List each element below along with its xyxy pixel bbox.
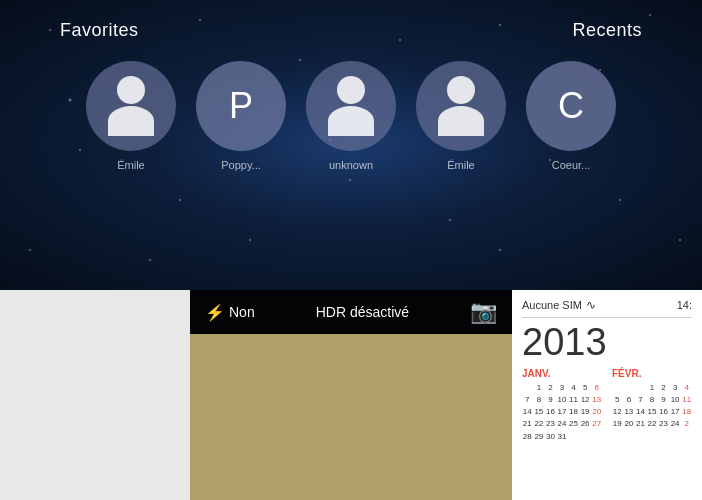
cal-day: 9: [545, 394, 556, 405]
camera-shutter-button[interactable]: 📷: [470, 299, 497, 325]
cal-day: 15: [647, 406, 658, 417]
cal-day: 31: [557, 431, 568, 442]
cal-day: 10: [670, 394, 681, 405]
cal-day: 16: [545, 406, 556, 417]
cal-day: 19: [612, 418, 623, 429]
cal-day: 18: [568, 406, 579, 417]
cal-day: 5: [580, 382, 591, 393]
avatar-letter-2: P: [229, 85, 253, 127]
calendar-grid-janv: 1 2 3 4 5 6 7 8 9 10 11 12 13 14 15 16 1: [522, 382, 602, 442]
sim-label: Aucune SIM: [522, 299, 582, 311]
cal-day: 28: [522, 431, 533, 442]
time-display: 14:: [677, 299, 692, 311]
favorites-label: Favorites: [60, 20, 139, 41]
cal-day: 3: [670, 382, 681, 393]
cal-day: 22: [647, 418, 658, 429]
flash-label: Non: [229, 304, 255, 320]
calendar-panel: Aucune SIM ∿ 14: 2013 JANV. 1 2 3 4 5 6 …: [512, 290, 702, 500]
cal-day: [612, 382, 623, 393]
cal-day: 12: [580, 394, 591, 405]
cal-day: 5: [612, 394, 623, 405]
top-section: Favorites Recents Émile P Poppy...: [0, 0, 702, 290]
cal-day: 1: [534, 382, 545, 393]
cal-day: 26: [580, 418, 591, 429]
avatar-1[interactable]: [86, 61, 176, 151]
avatar-body-1: [108, 106, 154, 136]
contact-name-5: Coeur...: [552, 159, 591, 171]
cal-day: 23: [658, 418, 669, 429]
cal-day: 11: [681, 394, 692, 405]
cal-day: 13: [591, 394, 602, 405]
cal-day: 10: [557, 394, 568, 405]
sim-wifi-status: Aucune SIM ∿: [522, 298, 596, 312]
cal-day: 30: [545, 431, 556, 442]
cal-day: 21: [635, 418, 646, 429]
contact-item-1[interactable]: Émile: [86, 61, 176, 171]
hdr-label[interactable]: HDR désactivé: [316, 304, 409, 320]
avatar-head-4: [447, 76, 475, 104]
camera-panel: ⚡ Non HDR désactivé 📷: [190, 290, 512, 500]
cal-day: 6: [591, 382, 602, 393]
cal-day: 1: [647, 382, 658, 393]
avatar-3[interactable]: [306, 61, 396, 151]
cal-day: 18: [681, 406, 692, 417]
avatar-4[interactable]: [416, 61, 506, 151]
avatar-head-1: [117, 76, 145, 104]
bottom-section: ⚡ Non HDR désactivé 📷 Aucune SIM ∿ 14: 2…: [0, 290, 702, 500]
contact-name-1: Émile: [117, 159, 145, 171]
cal-day: [624, 382, 635, 393]
cal-day: [635, 382, 646, 393]
cal-day: 4: [681, 382, 692, 393]
cal-day: 3: [557, 382, 568, 393]
calendar-months: JANV. 1 2 3 4 5 6 7 8 9 10 11 12 13 14: [522, 368, 692, 442]
person-icon-3: [328, 76, 374, 136]
contact-item-5[interactable]: C Coeur...: [526, 61, 616, 171]
cal-day: 6: [624, 394, 635, 405]
avatar-head-3: [337, 76, 365, 104]
contact-name-4: Émile: [447, 159, 475, 171]
left-panel: [0, 290, 190, 500]
calendar-month-fevr: FÉVR. 1 2 3 4 5 6 7 8 9 10 11 12: [612, 368, 692, 442]
section-labels: Favorites Recents: [0, 0, 702, 41]
cal-day: 20: [624, 418, 635, 429]
month-name-janv: JANV.: [522, 368, 602, 379]
contact-name-2: Poppy...: [221, 159, 261, 171]
avatar-body-3: [328, 106, 374, 136]
cal-day: 8: [534, 394, 545, 405]
cal-day: [522, 382, 533, 393]
wifi-icon: ∿: [586, 298, 596, 312]
camera-toolbar: ⚡ Non HDR désactivé 📷: [190, 290, 512, 334]
cal-day: 23: [545, 418, 556, 429]
cal-day: 14: [522, 406, 533, 417]
avatar-2[interactable]: P: [196, 61, 286, 151]
contacts-row: Émile P Poppy... unknown: [0, 61, 702, 171]
cal-day: 11: [568, 394, 579, 405]
contact-item-2[interactable]: P Poppy...: [196, 61, 286, 171]
cal-day: 7: [522, 394, 533, 405]
cal-day: 17: [557, 406, 568, 417]
calendar-grid-fevr: 1 2 3 4 5 6 7 8 9 10 11 12 13 14 15 16 1: [612, 382, 692, 430]
contact-item-4[interactable]: Émile: [416, 61, 506, 171]
contact-name-3: unknown: [329, 159, 373, 171]
flash-control[interactable]: ⚡ Non: [205, 303, 255, 322]
cal-day: 29: [534, 431, 545, 442]
status-bar: Aucune SIM ∿ 14:: [522, 298, 692, 312]
calendar-year: 2013: [522, 322, 692, 364]
person-icon-4: [438, 76, 484, 136]
cal-day: 15: [534, 406, 545, 417]
cal-day: 17: [670, 406, 681, 417]
avatar-5[interactable]: C: [526, 61, 616, 151]
avatar-letter-5: C: [558, 85, 584, 127]
cal-day: 20: [591, 406, 602, 417]
cal-day: 21: [522, 418, 533, 429]
recents-label: Recents: [572, 20, 642, 41]
cal-day: 12: [612, 406, 623, 417]
camera-viewfinder: [190, 334, 512, 500]
cal-day: 24: [557, 418, 568, 429]
contact-item-3[interactable]: unknown: [306, 61, 396, 171]
cal-day: 22: [534, 418, 545, 429]
cal-day: 2: [545, 382, 556, 393]
cal-day: 24: [670, 418, 681, 429]
status-divider: [522, 317, 692, 318]
cal-day: 9: [658, 394, 669, 405]
